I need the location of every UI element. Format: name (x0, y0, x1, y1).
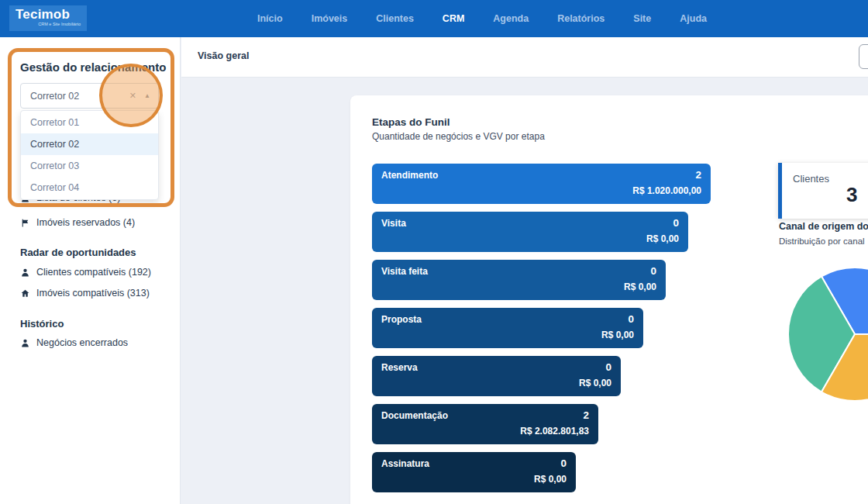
stage-metrics: 2 R$ 1.020.000,00 (632, 169, 701, 196)
nav-item-agenda[interactable]: Agenda (493, 13, 529, 24)
broker-option-corretor-02[interactable]: Corretor 02 (21, 133, 158, 155)
funnel-stage-assinatura[interactable]: Assinatura 0 R$ 0,00 (372, 452, 576, 492)
stage-label: Reserva (381, 362, 418, 373)
stage-label: Documentação (381, 410, 448, 421)
stat-value: 3 (846, 183, 857, 207)
nav-item-relatorios[interactable]: Relatórios (557, 13, 604, 24)
stage-count: 0 (579, 361, 611, 374)
sidebar-item-label: Imóveis reservados (4) (36, 217, 135, 228)
broker-select-value: Corretor 02 (30, 91, 129, 102)
logo-subtitle: CRM e Site Imobiliário (16, 22, 81, 27)
stage-count: 0 (601, 313, 634, 326)
sidebar-section-radar-title: Radar de oportunidades (20, 247, 136, 258)
tab-visao-geral[interactable]: Visão geral (198, 50, 249, 61)
app-window: Tecimob CRM e Site Imobiliário Início Im… (0, 0, 868, 504)
broker-option-corretor-01[interactable]: Corretor 01 (21, 112, 158, 133)
stage-metrics: 0 R$ 0,00 (579, 361, 611, 388)
stage-count: 2 (520, 409, 589, 422)
broker-select[interactable]: Corretor 02 ✕ ▲ (20, 83, 159, 109)
sidebar-item-imoveis-reservados[interactable]: Imóveis reservados (4) (20, 217, 135, 228)
stage-metrics: 0 R$ 0,00 (534, 457, 567, 485)
stage-metrics: 0 R$ 0,00 (646, 217, 679, 244)
flag-icon (20, 218, 30, 228)
pie-chart (787, 266, 868, 402)
sidebar-item-label: Negócios encerrados (36, 337, 128, 348)
dashboard-card: Etapas do Funil Quantidade de negócios e… (350, 95, 868, 504)
nav-item-crm[interactable]: CRM (443, 13, 464, 24)
funnel-chart: Atendimento 2 R$ 1.020.000,00 Visita 0 R… (372, 164, 711, 492)
logo-title: Tecimob (16, 7, 81, 22)
sidebar-item-clientes-compativeis[interactable]: Clientes compatíveis (192) (20, 267, 151, 278)
sidebar-item-imoveis-compativeis[interactable]: Imóveis compatíveis (313) (20, 288, 150, 299)
stage-value: R$ 1.020.000,00 (632, 185, 701, 196)
funnel-stage-reserva[interactable]: Reserva 0 R$ 0,00 (372, 356, 621, 396)
nav-item-clientes[interactable]: Clientes (376, 13, 414, 24)
nav-item-imoveis[interactable]: Imóveis (312, 13, 348, 24)
sidebar-section-gestao-title: Gestão do relacionamento (20, 60, 166, 74)
stage-label: Proposta (381, 314, 422, 325)
clients-stat-card: Clientes 3 (778, 163, 868, 219)
main-topbar: Visão geral (181, 37, 868, 78)
pie-subtitle: Distribuição por canal (779, 236, 865, 246)
stage-value: R$ 0,00 (646, 233, 679, 244)
nav-item-ajuda[interactable]: Ajuda (680, 13, 707, 24)
broker-option-corretor-03[interactable]: Corretor 03 (21, 155, 158, 177)
stage-value: R$ 0,00 (534, 474, 567, 485)
stage-value: R$ 0,00 (601, 330, 634, 340)
stage-count: 0 (534, 457, 567, 470)
funnel-title: Etapas do Funil (372, 116, 450, 128)
header-action-button[interactable] (859, 44, 868, 69)
sidebar: Gestão do relacionamento Corretor 02 ✕ ▲… (0, 37, 181, 504)
pie-title: Canal de origem dos clientes (779, 221, 868, 232)
stage-value: R$ 0,00 (624, 281, 656, 292)
clear-icon[interactable]: ✕ (129, 91, 136, 101)
broker-option-corretor-04[interactable]: Corretor 04 (21, 177, 158, 198)
funnel-stage-visita-feita[interactable]: Visita feita 0 R$ 0,00 (372, 260, 666, 300)
broker-dropdown: Corretor 01 Corretor 02 Corretor 03 Corr… (20, 110, 159, 200)
stage-metrics: 2 R$ 2.082.801,83 (520, 409, 589, 437)
stat-label: Clientes (793, 173, 829, 185)
funnel-stage-documentacao[interactable]: Documentação 2 R$ 2.082.801,83 (372, 404, 598, 444)
funnel-subtitle: Quantidade de negócios e VGV por etapa (372, 131, 545, 142)
house-icon (20, 288, 30, 299)
sidebar-item-negocios-encerrados[interactable]: Negócios encerrados (20, 337, 128, 348)
stage-label: Atendimento (381, 170, 438, 181)
stage-metrics: 0 R$ 0,00 (601, 313, 634, 340)
funnel-stage-atendimento[interactable]: Atendimento 2 R$ 1.020.000,00 (372, 164, 711, 204)
logo[interactable]: Tecimob CRM e Site Imobiliário (9, 5, 87, 31)
funnel-stage-visita[interactable]: Visita 0 R$ 0,00 (372, 212, 688, 252)
nav-item-inicio[interactable]: Início (257, 13, 283, 24)
stage-value: R$ 2.082.801,83 (520, 426, 589, 437)
stage-value: R$ 0,00 (579, 378, 611, 388)
nav-item-site[interactable]: Site (633, 13, 651, 24)
stage-count: 0 (646, 217, 679, 230)
stage-label: Visita (381, 218, 406, 229)
stage-label: Visita feita (381, 266, 428, 277)
sidebar-section-historico-title: Histórico (20, 318, 64, 330)
stage-label: Assinatura (381, 458, 429, 469)
stat-accent-bar (778, 163, 782, 219)
stage-count: 2 (632, 169, 701, 181)
person-icon (20, 338, 30, 348)
stage-metrics: 0 R$ 0,00 (624, 265, 656, 292)
sidebar-item-label: Imóveis compatíveis (313) (36, 288, 150, 299)
sidebar-item-label: Clientes compatíveis (192) (36, 267, 151, 278)
funnel-stage-proposta[interactable]: Proposta 0 R$ 0,00 (372, 308, 643, 348)
stage-count: 0 (624, 265, 656, 278)
main-menu: Início Imóveis Clientes CRM Agenda Relat… (257, 0, 707, 37)
top-nav: Tecimob CRM e Site Imobiliário Início Im… (0, 0, 868, 37)
chevron-up-icon[interactable]: ▲ (144, 92, 150, 99)
person-icon (20, 268, 30, 278)
